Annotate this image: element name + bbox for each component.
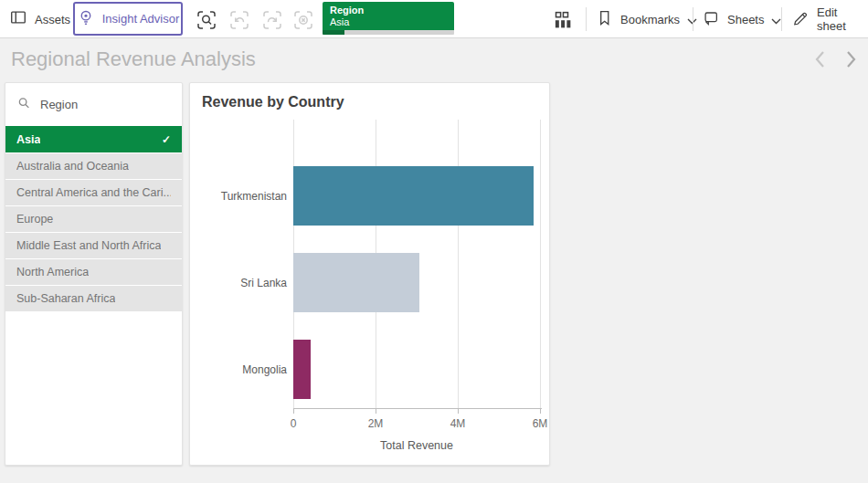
edit-sheet-label: Edit sheet	[817, 5, 868, 33]
filter-item-europe[interactable]: Europe	[5, 206, 182, 232]
pencil-icon	[791, 8, 810, 30]
y-category-label: Turkmenistan	[221, 190, 287, 203]
bookmarks-label: Bookmarks	[620, 13, 680, 26]
undo-button[interactable]	[227, 7, 251, 32]
x-tick-label: 6M	[533, 417, 548, 430]
bar-turkmenistan[interactable]	[293, 166, 534, 226]
lightbulb-icon	[77, 8, 95, 30]
previous-sheet-button[interactable]	[808, 47, 831, 71]
selection-field-value: Asia	[330, 16, 447, 27]
toolbar-separator	[781, 7, 782, 31]
sheets-icon	[702, 8, 720, 30]
y-category-label: Mongolia	[242, 363, 287, 376]
edit-sheet-button[interactable]: Edit sheet	[791, 0, 868, 38]
y-category-label: Sri Lanka	[240, 277, 287, 289]
filter-item-label: Europe	[16, 213, 53, 226]
sheets-label: Sheets	[727, 13, 764, 26]
filter-item-australia-and-oceania[interactable]: Australia and Oceania	[5, 153, 182, 179]
undo-icon	[228, 9, 250, 31]
app-window: Assets Insight Advisor	[0, 0, 868, 483]
filter-list: Asia✓Australia and OceaniaCentral Americ…	[5, 126, 182, 311]
smart-search-button[interactable]	[194, 7, 218, 32]
insight-advisor-label: Insight Advisor	[102, 12, 180, 26]
redo-button[interactable]	[259, 7, 284, 32]
left-panel-icon	[9, 8, 27, 30]
chevron-right-icon	[845, 50, 857, 68]
assets-button[interactable]: Assets	[9, 0, 70, 38]
bar-sri-lanka[interactable]	[293, 253, 419, 312]
filter-item-central-america-and-the-cari[interactable]: Central America and the Cari...	[5, 180, 182, 205]
selection-progress-fill	[323, 30, 344, 35]
selection-progress-bar	[323, 30, 454, 35]
checkmark-icon: ✓	[162, 133, 171, 146]
chevron-left-icon	[814, 50, 826, 68]
grid-icon	[553, 10, 573, 30]
x-axis-line	[293, 408, 542, 409]
filter-item-middle-east-and-north-africa[interactable]: Middle East and North Africa	[5, 233, 182, 258]
bookmark-icon	[596, 9, 613, 30]
x-tick-label: 4M	[450, 417, 466, 430]
filter-item-label: North America	[16, 266, 89, 278]
gridline	[540, 120, 541, 408]
gridline	[458, 120, 459, 408]
search-icon	[16, 96, 31, 114]
filter-item-label: Asia	[16, 133, 40, 146]
x-tick-label: 2M	[368, 417, 384, 430]
filter-pane-header[interactable]: Region	[5, 83, 182, 126]
bookmarks-button[interactable]: Bookmarks	[596, 0, 697, 38]
x-tick-label: 0	[291, 417, 297, 430]
next-sheet-button[interactable]	[839, 47, 863, 71]
filter-item-label: Middle East and North Africa	[16, 239, 161, 252]
chart-plot-area: 02M4M6MTurkmenistanSri LankaMongolia	[190, 83, 549, 465]
x-axis-title: Total Revenue	[293, 439, 540, 452]
filter-item-label: Australia and Oceania	[16, 160, 129, 173]
redo-icon	[261, 9, 283, 31]
selection-chip-body: Region Asia	[323, 2, 454, 30]
sheet-titlebar: Regional Revenue Analysis	[0, 38, 868, 80]
filter-item-asia[interactable]: Asia✓	[5, 126, 182, 152]
top-toolbar: Assets Insight Advisor	[0, 0, 868, 38]
chart-revenue-by-country: Revenue by Country 02M4M6MTurkmenistanSr…	[189, 82, 550, 466]
assets-label: Assets	[35, 13, 70, 26]
filter-item-sub-saharan-africa[interactable]: Sub-Saharan Africa	[5, 286, 182, 311]
filter-item-label: Sub-Saharan Africa	[16, 292, 115, 305]
filter-item-label: Central America and the Cari...	[16, 186, 171, 199]
filter-pane-title: Region	[40, 98, 78, 111]
filter-item-north-america[interactable]: North America	[5, 259, 182, 285]
toolbar-separator	[586, 7, 587, 31]
bar-mongolia[interactable]	[293, 340, 311, 399]
clear-selections-icon	[292, 9, 314, 31]
smart-search-icon	[196, 9, 217, 31]
chevron-down-icon	[771, 12, 781, 28]
filter-pane-region: Region Asia✓Australia and OceaniaCentral…	[5, 82, 183, 466]
clear-selections-button[interactable]	[291, 7, 315, 32]
sheets-button[interactable]: Sheets	[702, 0, 781, 38]
selection-field-name: Region	[330, 5, 447, 16]
selection-chip-region[interactable]: Region Asia	[323, 2, 454, 35]
insight-advisor-button[interactable]: Insight Advisor	[73, 2, 183, 36]
app-overview-button[interactable]	[550, 7, 575, 32]
sheet-title: Regional Revenue Analysis	[11, 47, 256, 71]
toolbar-separator	[693, 7, 693, 31]
